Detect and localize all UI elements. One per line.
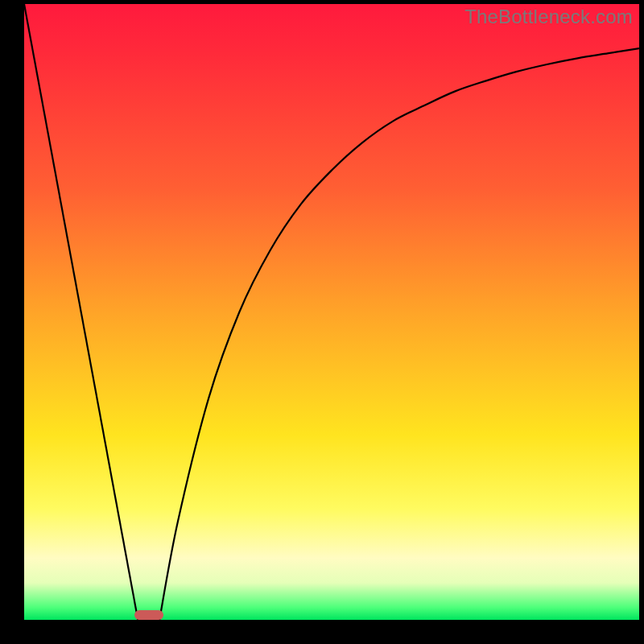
chart-frame: TheBottleneck.com — [0, 0, 644, 644]
plot-area: TheBottleneck.com — [24, 4, 639, 620]
bottom-marker — [134, 610, 164, 620]
right-curve-path — [159, 48, 639, 620]
curve-layer — [24, 4, 639, 620]
left-line-path — [24, 4, 138, 620]
